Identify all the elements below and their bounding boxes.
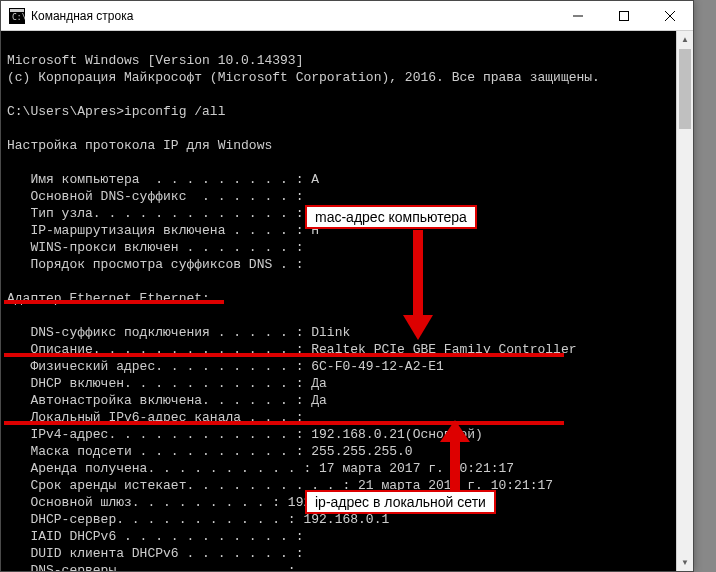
svg-marker-11 xyxy=(403,315,433,340)
scroll-thumb[interactable] xyxy=(679,49,691,129)
annotation-mac-label: mac-адрес компьютера xyxy=(305,205,477,229)
underline-adapter-header xyxy=(4,300,224,306)
console-line: DHCP-сервер. . . . . . . . . . . : 192.1… xyxy=(7,512,389,527)
console-line: DUID клиента DHCPv6 . . . . . . . : xyxy=(7,546,303,561)
console-line: Тип узла. . . . . . . . . . . . . : Г xyxy=(7,206,319,221)
window-controls xyxy=(555,1,693,30)
svg-rect-7 xyxy=(4,300,224,304)
close-button[interactable] xyxy=(647,1,693,30)
console-line: IPv4-адрес. . . . . . . . . . . . : 192.… xyxy=(7,427,483,442)
console-line: IAID DHCPv6 . . . . . . . . . . . : xyxy=(7,529,303,544)
annotation-ip-label: ip-адрес в локальной сети xyxy=(305,490,496,514)
svg-rect-1 xyxy=(10,9,24,12)
cmd-icon: C:\ xyxy=(9,8,25,24)
console-section: Настройка протокола IP для Windows xyxy=(7,138,272,153)
console-line: IP-маршрутизация включена . . . . : Н xyxy=(7,223,319,238)
underline-physical-address xyxy=(4,353,564,359)
window-title: Командная строка xyxy=(31,9,555,23)
console-line: Физический адрес. . . . . . . . . : 6C-F… xyxy=(7,359,444,374)
console-line: DHCP включен. . . . . . . . . . . : Да xyxy=(7,376,327,391)
console-line: (c) Корпорация Майкрософт (Microsoft Cor… xyxy=(7,70,600,85)
svg-text:C:\: C:\ xyxy=(12,13,25,22)
console-line: Порядок просмотра суффиксов DNS . : xyxy=(7,257,303,272)
console-line: Имя компьютера . . . . . . . . . : A xyxy=(7,172,319,187)
svg-rect-8 xyxy=(4,353,564,357)
minimize-button[interactable] xyxy=(555,1,601,30)
scroll-down-button[interactable]: ▼ xyxy=(677,554,693,571)
underline-ipv4-address xyxy=(4,421,564,427)
console-line: Основной DNS-суффикс . . . . . . : xyxy=(7,189,303,204)
console-line: DNS-суффикс подключения . . . . . : Dlin… xyxy=(7,325,350,340)
arrow-to-ip xyxy=(435,420,475,498)
svg-rect-4 xyxy=(620,11,629,20)
console-line: Microsoft Windows [Version 10.0.14393] xyxy=(7,53,303,68)
console-prompt: C:\Users\Apres>ipconfig /all xyxy=(7,104,225,119)
arrow-to-mac xyxy=(398,230,438,340)
vertical-scrollbar[interactable]: ▲ ▼ xyxy=(676,31,693,571)
console-line: Автонастройка включена. . . . . . : Да xyxy=(7,393,327,408)
command-prompt-window: C:\ Командная строка Microsoft Windows [… xyxy=(0,0,694,572)
console-line: DNS-серверы. . . . . . . . . . . : xyxy=(7,563,296,571)
console-line: WINS-прокси включен . . . . . . . : xyxy=(7,240,303,255)
titlebar[interactable]: C:\ Командная строка xyxy=(1,1,693,31)
maximize-button[interactable] xyxy=(601,1,647,30)
svg-rect-9 xyxy=(4,421,564,425)
console-line: Маска подсети . . . . . . . . . . : 255.… xyxy=(7,444,413,459)
scroll-up-button[interactable]: ▲ xyxy=(677,31,693,48)
